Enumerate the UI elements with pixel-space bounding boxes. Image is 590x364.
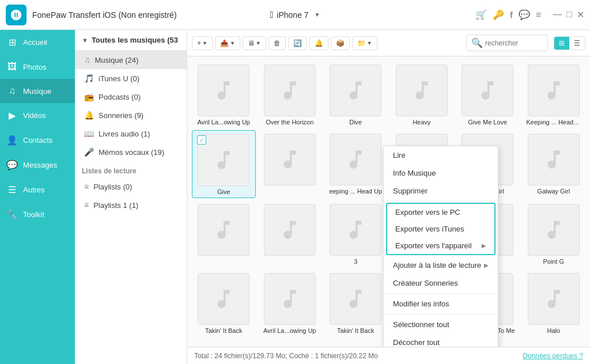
- sidebar-label-toolkit: Toolkit: [23, 210, 44, 219]
- app-logo: [6, 5, 27, 25]
- bell-button[interactable]: 🔔: [309, 36, 328, 50]
- music-thumb-14: [264, 204, 316, 256]
- music-item-18[interactable]: Point G: [522, 200, 586, 267]
- shop-icon[interactable]: 🛒: [475, 9, 487, 20]
- left-panel-item-playlists1[interactable]: ≡ Playlists 1 (1): [75, 196, 187, 214]
- sidebar-item-toolkit[interactable]: 🔧 Toolkit: [0, 202, 75, 227]
- music-note-icon: ♫: [84, 55, 90, 65]
- sidebar-item-autres[interactable]: ☰ Autres: [0, 177, 75, 202]
- sync-button[interactable]: 🔄: [288, 36, 307, 50]
- music-name-6: Keeping ... Head Up: [526, 119, 581, 126]
- left-panel-item-memos[interactable]: 🎤 Mémos vocaux (19): [75, 143, 187, 161]
- close-button[interactable]: ✕: [577, 9, 584, 20]
- export-chevron: ▼: [230, 40, 235, 46]
- music-item-12[interactable]: Galway Girl: [522, 130, 586, 198]
- search-box[interactable]: 🔍: [466, 35, 548, 51]
- checkbox-7[interactable]: ✓: [197, 135, 206, 145]
- left-panel-item-podcasts[interactable]: 📻 Podcasts (0): [75, 88, 187, 106]
- sidebar-item-musique[interactable]: ♫ Musique: [0, 79, 75, 103]
- chevron-down-icon[interactable]: ▼: [315, 12, 320, 18]
- left-panel-header: ▼ Toutes les musiques (53: [75, 30, 187, 51]
- music-item-24[interactable]: Halo: [522, 270, 586, 336]
- music-item-8[interactable]: [258, 130, 322, 198]
- folder-button[interactable]: 📁 ▼: [352, 36, 377, 50]
- music-item-19[interactable]: Takin' It Back: [192, 270, 256, 336]
- ctx-modifier[interactable]: Modifier les infos: [384, 295, 498, 313]
- facebook-icon[interactable]: f: [510, 10, 513, 20]
- music-item-7[interactable]: ✓ Give: [192, 130, 256, 198]
- music-item-15[interactable]: 3: [324, 200, 388, 267]
- device-selector[interactable]:  iPhone 7 ▼: [270, 10, 320, 20]
- left-panel-item-musique[interactable]: ♫ Musique (24): [75, 51, 187, 69]
- sidebar: ⊞ Accueil 🖼 Photos ♫ Musique ▶ Vidéos 👤 …: [0, 30, 75, 364]
- music-thumb-15: [330, 204, 381, 256]
- playlist1-icon: ≡: [84, 200, 89, 210]
- collapse-arrow[interactable]: ▼: [82, 37, 88, 44]
- device-name: iPhone 7: [277, 10, 308, 20]
- sidebar-item-videos[interactable]: ▶ Vidéos: [0, 103, 75, 128]
- left-panel-item-itunes[interactable]: 🎵 iTunes U (0): [75, 69, 187, 88]
- grid-view-button[interactable]: ⊞: [554, 37, 569, 50]
- book-icon: 📖: [84, 129, 94, 138]
- import-button[interactable]: 🖥 ▼: [243, 36, 266, 50]
- maximize-button[interactable]: □: [566, 9, 572, 20]
- lost-data-link[interactable]: Données perdues ?: [523, 352, 583, 360]
- menu-icon[interactable]: ≡: [536, 10, 541, 20]
- left-panel-item-playlists[interactable]: ≡ Playlists (0): [75, 177, 187, 196]
- music-item-2[interactable]: Over the Horizon: [258, 61, 322, 128]
- status-bar: Total : 24 fichier(s)/129.73 Mo; Coché :…: [187, 347, 590, 364]
- music-name-3: Dive: [349, 119, 362, 126]
- minimize-button[interactable]: —: [553, 9, 562, 20]
- music-thumb-8: [264, 134, 316, 185]
- box-icon: 📦: [336, 39, 345, 47]
- music-item-21[interactable]: Takin' It Back: [324, 270, 388, 336]
- music-item-20[interactable]: Avril La...owing Up: [258, 270, 322, 336]
- search-input[interactable]: [485, 39, 543, 47]
- sidebar-item-accueil[interactable]: ⊞ Accueil: [0, 30, 75, 55]
- music-item-3[interactable]: Dive: [324, 61, 388, 128]
- music-item-9[interactable]: eeping ... Head Up: [324, 130, 388, 198]
- music-item-14[interactable]: [258, 200, 322, 267]
- ctx-lire[interactable]: Lire: [384, 146, 498, 164]
- itunes-icon: 🎵: [84, 74, 94, 83]
- music-item-5[interactable]: Give Me Love: [456, 61, 520, 128]
- ctx-ajouter[interactable]: Ajouter à la liste de lecture ▶: [384, 256, 498, 274]
- ctx-decocher[interactable]: Décocher tout: [384, 333, 498, 347]
- box-button[interactable]: 📦: [331, 36, 350, 50]
- left-panel-label-itunes: iTunes U (0): [99, 74, 139, 83]
- music-name-12: Galway Girl: [537, 188, 570, 195]
- left-panel-item-livres[interactable]: 📖 Livres audio (1): [75, 124, 187, 143]
- left-panel-item-sonneries[interactable]: 🔔 Sonneries (9): [75, 106, 187, 124]
- sidebar-item-photos[interactable]: 🖼 Photos: [0, 55, 75, 79]
- music-item-1[interactable]: Avril La...owing Up: [192, 61, 256, 128]
- left-panel-label-sonneries: Sonneries (9): [99, 111, 143, 120]
- music-item-13[interactable]: [192, 200, 256, 267]
- music-thumb-13: [198, 204, 249, 256]
- playlist-icon: ≡: [84, 182, 89, 191]
- music-thumb-12: [528, 134, 580, 185]
- export-button[interactable]: 📤 ▼: [215, 36, 240, 50]
- app-title: FonePaw Transfert iOS (Non enregistré): [32, 10, 177, 20]
- title-right-icons: 🛒 🔑 f 💬 ≡ — □ ✕: [475, 9, 584, 20]
- ctx-supprimer[interactable]: Supprimer: [384, 182, 498, 200]
- ctx-export-itunes[interactable]: Exporter vers iTunes: [387, 221, 494, 237]
- key-icon[interactable]: 🔑: [493, 9, 504, 20]
- ctx-export-pc[interactable]: Exporter vers le PC: [387, 204, 494, 221]
- folder-chevron: ▼: [367, 40, 372, 46]
- ctx-sonneries[interactable]: Créateur Sonneries: [384, 274, 498, 292]
- list-view-button[interactable]: ☰: [569, 37, 585, 50]
- ctx-export-appareil[interactable]: Exporter vers l'appareil ▶: [387, 237, 494, 254]
- chat-icon[interactable]: 💬: [519, 9, 530, 20]
- music-item-6[interactable]: Keeping ... Head Up: [522, 61, 586, 128]
- music-thumb-3: [330, 65, 381, 116]
- left-panel-label-playlists1: Playlists 1 (1): [93, 201, 138, 210]
- ctx-select-all[interactable]: Sélectionner tout: [384, 316, 498, 333]
- sidebar-item-messages[interactable]: 💬 Messages: [0, 153, 75, 177]
- plus-icon: +: [197, 39, 201, 47]
- ctx-info[interactable]: Info Musique: [384, 164, 498, 182]
- music-item-4[interactable]: Heavy: [390, 61, 454, 128]
- podcast-icon: 📻: [84, 92, 94, 101]
- add-button[interactable]: + ▼: [192, 36, 213, 50]
- sidebar-item-contacts[interactable]: 👤 Contacts: [0, 128, 75, 153]
- delete-button[interactable]: 🗑: [268, 36, 286, 50]
